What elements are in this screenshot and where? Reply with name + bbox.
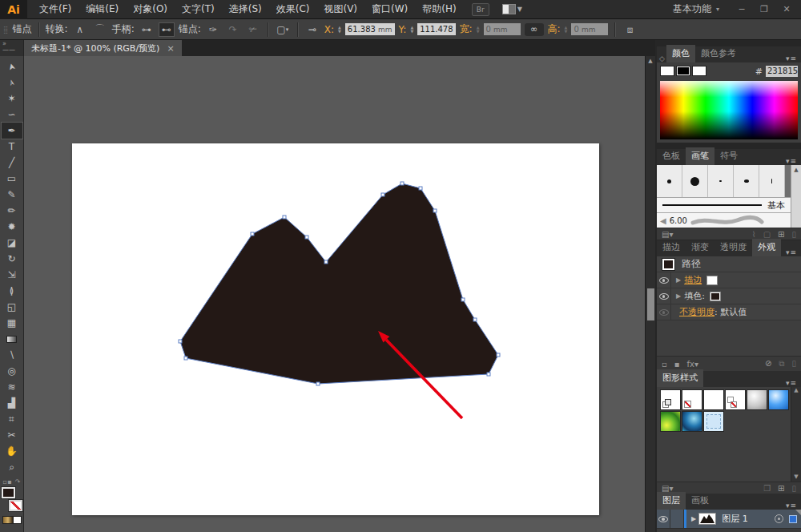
workspace-switcher[interactable]: 基本功能 ▾	[673, 2, 719, 16]
graphic-style-item[interactable]	[703, 411, 724, 432]
isolate-selection-button[interactable]: ▢▾	[275, 22, 291, 37]
align-reference-icon[interactable]: ⊸	[304, 22, 320, 37]
expand-triangle-icon[interactable]: ▶	[676, 276, 681, 284]
eraser-tool[interactable]: ◪	[2, 235, 22, 251]
graphic-style-item[interactable]	[725, 389, 746, 410]
fill-swatch[interactable]	[2, 487, 15, 498]
width-tool[interactable]: ≬	[2, 283, 22, 299]
y-stepper[interactable]: ▲▼	[410, 26, 413, 34]
delete-style-icon[interactable]: ▯	[791, 484, 796, 493]
line-segment-tool[interactable]: ╱	[2, 155, 22, 171]
rectangle-tool[interactable]: ▭	[2, 171, 22, 187]
brush-item-charcoal[interactable]: ◀ 6.00	[657, 212, 791, 228]
panel-menu-icon[interactable]: ▾≡	[786, 51, 801, 62]
graphic-styles-scrollbar[interactable]: ▲▼	[791, 387, 801, 482]
gradient-tool[interactable]	[2, 331, 22, 347]
blob-brush-tool[interactable]: ✹	[2, 219, 22, 235]
brushes-scrollbar[interactable]: ▲	[791, 165, 801, 228]
appearance-item-fill[interactable]: ▶ 填色:	[657, 288, 801, 304]
graphic-style-item[interactable]	[703, 389, 724, 410]
black-swatch[interactable]	[676, 66, 690, 76]
visibility-eye-icon[interactable]	[659, 293, 669, 300]
delete-brush-icon[interactable]: ▯	[791, 230, 796, 239]
layer-visibility-icon[interactable]	[658, 516, 668, 522]
hand-tool[interactable]: ✋	[2, 443, 22, 459]
vertical-scrollbar[interactable]: ▲	[645, 56, 655, 532]
height-stepper[interactable]: ▲▼	[565, 26, 568, 34]
appearance-item-path[interactable]: 路径	[657, 256, 801, 272]
canvas-area[interactable]: ▲	[24, 56, 655, 532]
slice-tool[interactable]: ✂	[2, 427, 22, 443]
new-effect-icon[interactable]: fx▾	[687, 360, 698, 369]
tab-color[interactable]: 颜色	[666, 45, 695, 62]
tab-close-icon[interactable]: ×	[167, 43, 174, 54]
mesh-tool[interactable]: ▦	[2, 315, 22, 331]
graphic-style-item[interactable]	[747, 389, 767, 410]
layer-row[interactable]: ▶ 图层 1	[657, 510, 801, 529]
panel-menu-icon[interactable]: ▾≡	[786, 154, 801, 165]
menu-edit[interactable]: 编辑(E)	[78, 0, 126, 19]
hex-input[interactable]: 231815	[766, 66, 798, 77]
stroke-link[interactable]: 描边	[684, 274, 702, 286]
stroke-swatch[interactable]	[9, 500, 22, 511]
tab-symbols[interactable]: 符号	[714, 147, 743, 165]
graphic-style-default[interactable]	[660, 389, 681, 410]
height-input[interactable]: 0 mm	[571, 23, 608, 35]
tab-appearance[interactable]: 外观	[752, 239, 781, 256]
type-tool[interactable]: T	[2, 139, 22, 155]
lasso-tool[interactable]: ∽	[2, 107, 22, 123]
color-spectrum[interactable]	[660, 81, 798, 139]
menu-effect[interactable]: 效果(C)	[269, 0, 317, 19]
new-style-icon[interactable]: ⊞	[778, 484, 784, 493]
tab-graphic-styles[interactable]: 图形样式	[657, 369, 703, 387]
visibility-eye-icon[interactable]	[659, 309, 669, 316]
visibility-eye-icon[interactable]	[659, 277, 669, 284]
paintbrush-tool[interactable]: ✎	[2, 187, 22, 203]
delete-item-icon[interactable]: ▯	[791, 359, 796, 369]
menu-view[interactable]: 视图(V)	[316, 0, 364, 19]
appearance-item-stroke[interactable]: ▶ 描边	[657, 272, 801, 288]
connect-anchor-icon[interactable]: ↷	[225, 22, 241, 37]
tab-color-guide[interactable]: 颜色参考	[695, 45, 742, 62]
layer-thumbnail[interactable]	[698, 513, 716, 525]
zoom-tool[interactable]: ⌕	[2, 459, 22, 475]
menu-window[interactable]: 窗口(W)	[364, 0, 415, 19]
style-libraries-icon[interactable]: ▤▾	[662, 484, 673, 493]
graphic-style-item[interactable]	[660, 411, 681, 432]
brush-item-basic[interactable]: 基本	[657, 197, 791, 212]
graphic-style-item[interactable]	[682, 389, 702, 410]
new-fill-icon[interactable]: ▪	[674, 360, 680, 369]
tab-gradient[interactable]: 渐变	[686, 239, 714, 256]
eyedropper-tool[interactable]: ∖	[2, 347, 22, 363]
menu-help[interactable]: 帮助(H)	[415, 0, 463, 19]
restore-button[interactable]: ❐	[753, 2, 775, 17]
panel-menu-icon[interactable]: ▾≡	[786, 376, 801, 387]
menu-file[interactable]: 文件(F)	[32, 0, 78, 19]
show-handles-icon[interactable]: ⊶	[139, 22, 155, 37]
brush-item[interactable]	[708, 165, 734, 197]
new-brush-icon[interactable]: ⊞	[778, 230, 784, 239]
brush-stroke-options-icon[interactable]: ⌇	[752, 230, 756, 239]
transform-panel-icon[interactable]: ⧈	[622, 22, 638, 37]
stroke-none-swatch[interactable]	[706, 276, 718, 285]
convert-to-smooth-icon[interactable]: ⌒	[92, 22, 108, 37]
width-stepper[interactable]: ▲▼	[477, 26, 480, 34]
brush-item[interactable]	[759, 165, 785, 197]
white-swatch[interactable]	[692, 66, 706, 76]
panel-collapse-icon[interactable]: ◇	[657, 50, 666, 62]
duplicate-item-icon[interactable]: ⧉	[779, 359, 784, 369]
column-graph-tool[interactable]: ▟	[2, 395, 22, 411]
break-link-icon[interactable]: ❐	[763, 484, 771, 493]
cut-path-icon[interactable]: ✃	[245, 22, 261, 37]
fill-color-swatch[interactable]	[710, 292, 721, 301]
shape-builder-tool[interactable]: ◱	[2, 299, 22, 315]
artboard-tool[interactable]: ⌗	[2, 411, 22, 427]
remove-anchor-icon[interactable]: ✑	[205, 22, 221, 37]
scale-tool[interactable]: ⇲	[2, 267, 22, 283]
tab-artboards[interactable]: 画板	[686, 492, 714, 510]
menu-select[interactable]: 选择(S)	[222, 0, 269, 19]
graphic-style-item[interactable]	[768, 389, 789, 410]
convert-to-corner-icon[interactable]: ∧	[72, 22, 88, 37]
opacity-link[interactable]: 不透明度	[679, 306, 714, 318]
toolbar-collapse-icon[interactable]: »——	[0, 40, 23, 56]
